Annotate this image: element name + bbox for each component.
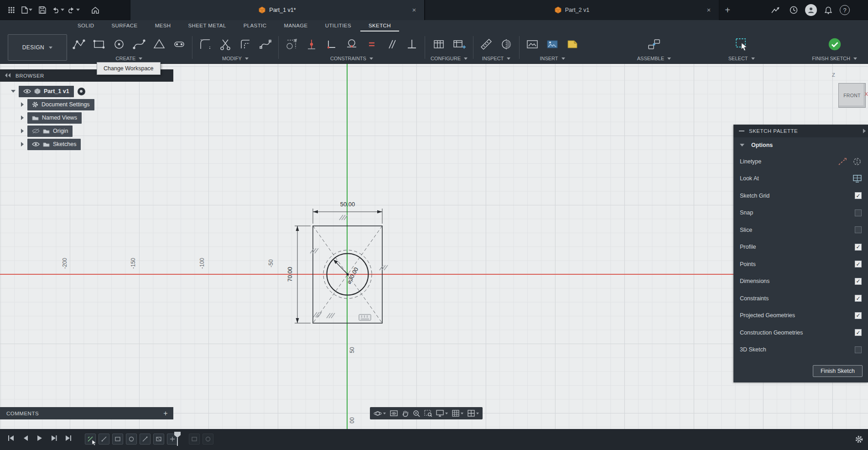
step-forward-icon[interactable] (51, 434, 57, 442)
fillet-tool-icon[interactable] (198, 37, 213, 52)
viewcube-front-face[interactable]: FRONT (838, 83, 866, 108)
section-analysis-icon[interactable] (499, 37, 514, 52)
activate-component-radio[interactable] (78, 88, 85, 95)
timeline-feature-suppressed-1[interactable] (189, 434, 200, 445)
home-icon[interactable] (88, 3, 102, 17)
slot-tool-icon[interactable] (172, 37, 187, 52)
comments-bar[interactable]: COMMENTS + (0, 407, 173, 419)
equal-constraint-icon[interactable] (364, 37, 379, 52)
go-to-end-icon[interactable] (65, 434, 72, 442)
midpoint-constraint-icon[interactable] (304, 37, 319, 52)
timeline-feature-5[interactable] (140, 434, 151, 445)
constraints-checkbox[interactable] (855, 295, 862, 302)
width-dimension[interactable]: 50.00 (340, 201, 355, 208)
finish-sketch-button[interactable]: Finish Sketch (813, 365, 863, 377)
profile-checkbox[interactable] (855, 244, 862, 251)
timeline-feature-2[interactable] (99, 434, 109, 445)
diameter-dimension[interactable]: ⌀30.00 (346, 267, 360, 285)
viewcube[interactable]: Z FRONT X (831, 72, 868, 116)
circle-tool-icon[interactable] (112, 37, 126, 52)
close-tab-icon[interactable]: × (704, 5, 713, 15)
add-comment-icon[interactable]: + (163, 409, 168, 418)
horizontal-vertical-constraint-icon[interactable] (324, 37, 339, 52)
finish-sketch-icon[interactable] (827, 37, 842, 52)
tab-utilities[interactable]: UTILITIES (317, 20, 359, 31)
joint-tool-icon[interactable] (647, 37, 661, 52)
tab-sheet-metal[interactable]: SHEET METAL (180, 20, 234, 31)
app-grid-icon[interactable] (5, 3, 18, 17)
step-back-icon[interactable] (22, 434, 29, 442)
browser-item-named-views[interactable]: Named Views (21, 112, 82, 124)
display-settings-icon[interactable] (436, 410, 448, 417)
tab-plastic[interactable]: PLASTIC (235, 20, 275, 31)
create-menu[interactable]: CREATE (116, 56, 143, 61)
parallel-constraint-icon[interactable] (385, 37, 399, 52)
timeline-settings-gear-icon[interactable] (855, 435, 863, 444)
zoom-icon[interactable] (413, 410, 420, 417)
new-document-tab-button[interactable]: + (719, 0, 736, 20)
play-icon[interactable] (36, 434, 43, 442)
centerline-icon[interactable] (852, 157, 862, 166)
expand-arrow-icon[interactable] (21, 115, 24, 120)
assemble-menu[interactable]: ASSEMBLE (637, 56, 671, 61)
trim-tool-icon[interactable] (218, 37, 233, 52)
construction-line-icon[interactable] (838, 157, 847, 166)
visibility-eye-icon[interactable] (32, 141, 40, 147)
select-menu[interactable]: SELECT (728, 56, 755, 61)
workspace-selector[interactable]: DESIGN (8, 34, 67, 61)
document-tab-part1[interactable]: Part_1 v1* × (130, 0, 425, 20)
palette-header[interactable]: SKETCH PALETTE (733, 125, 868, 137)
look-at-icon[interactable] (853, 175, 862, 183)
browser-item-origin[interactable]: Origin (21, 125, 73, 137)
extensions-icon[interactable] (769, 3, 782, 17)
save-icon[interactable] (36, 3, 49, 17)
timeline-feature-suppressed-2[interactable] (203, 434, 213, 445)
configure-menu[interactable]: CONFIGURE (431, 56, 468, 61)
file-menu-icon[interactable] (20, 3, 34, 17)
visibility-eye-icon[interactable] (23, 89, 31, 94)
collapse-panel-icon[interactable] (5, 73, 11, 78)
tab-solid[interactable]: SOLID (69, 20, 103, 31)
tab-manage[interactable]: MANAGE (275, 20, 316, 31)
expand-arrow-icon[interactable] (21, 129, 24, 133)
timeline-feature-6[interactable] (153, 434, 164, 445)
spline-tool-icon[interactable] (132, 37, 146, 52)
tab-sketch[interactable]: SKETCH (360, 20, 399, 31)
modify-menu[interactable]: MODIFY (222, 56, 249, 61)
inspect-menu[interactable]: INSPECT (482, 56, 511, 61)
zoom-window-icon[interactable] (424, 410, 432, 417)
help-icon[interactable]: ? (840, 5, 850, 15)
grid-snap-icon[interactable] (452, 410, 463, 417)
notifications-icon[interactable] (821, 3, 835, 17)
snap-checkbox[interactable] (855, 209, 862, 216)
tab-surface[interactable]: SURFACE (104, 20, 146, 31)
go-to-start-icon[interactable] (7, 434, 15, 442)
timeline-feature-3[interactable] (112, 434, 123, 445)
browser-root-row[interactable]: Part_1 v1 (11, 85, 85, 97)
pan-icon[interactable] (402, 410, 409, 417)
measure-tool-icon[interactable] (479, 37, 494, 52)
expand-arrow-icon[interactable] (21, 102, 24, 107)
insert-image-icon[interactable] (545, 37, 560, 52)
browser-item-sketches[interactable]: Sketches (21, 138, 81, 150)
timeline-position-marker[interactable] (174, 432, 181, 446)
browser-item-document-settings[interactable]: Document Settings (21, 99, 94, 110)
insert-menu[interactable]: INSERT (540, 56, 565, 61)
options-section-header[interactable]: Options (733, 137, 868, 153)
finish-sketch-menu[interactable]: FINISH SKETCH (812, 56, 857, 61)
decal-icon[interactable] (565, 37, 580, 52)
polygon-tool-icon[interactable] (152, 37, 166, 52)
constraints-menu[interactable]: CONSTRAINTS (330, 56, 373, 61)
edit-spline-tool-icon[interactable] (258, 37, 273, 52)
undo-icon[interactable] (51, 3, 65, 17)
dimensions-checkbox[interactable] (855, 278, 862, 285)
job-status-icon[interactable] (787, 3, 800, 17)
rectangle-tool-icon[interactable] (92, 37, 106, 52)
select-tool-icon[interactable] (734, 37, 749, 52)
look-at-icon[interactable] (390, 410, 398, 417)
chevron-right-icon[interactable] (863, 129, 866, 133)
expand-arrow-icon[interactable] (11, 90, 16, 93)
sketch-scale-icon[interactable] (284, 37, 299, 52)
slice-checkbox[interactable] (855, 226, 862, 233)
construction-geometries-checkbox[interactable] (855, 329, 862, 336)
